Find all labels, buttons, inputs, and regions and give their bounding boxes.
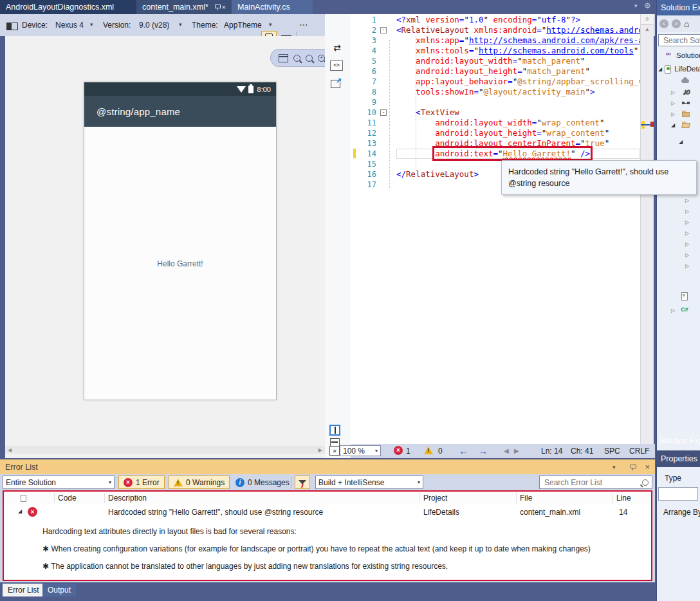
collapse-icon[interactable]: ◢ bbox=[671, 122, 675, 128]
tree-item[interactable]: ◢LifeDetails bbox=[657, 64, 700, 74]
previous-item-icon[interactable]: ◀ bbox=[504, 447, 509, 454]
tree-item[interactable]: ▷ bbox=[657, 206, 700, 216]
zoom-out-icon[interactable]: - bbox=[293, 55, 300, 62]
row-expander-icon[interactable]: ◢ bbox=[18, 508, 22, 514]
chevron-down-icon[interactable]: ▾ bbox=[179, 21, 182, 28]
warnings-filter-button[interactable]: 0 Warnings bbox=[169, 476, 230, 489]
next-item-icon[interactable]: ▶ bbox=[514, 447, 519, 454]
expand-icon[interactable]: ▷ bbox=[685, 241, 689, 247]
chevron-down-icon[interactable]: ▾ bbox=[90, 21, 93, 28]
expand-icon[interactable]: ▷ bbox=[671, 111, 675, 117]
navigate-back-icon[interactable]: ← bbox=[459, 445, 468, 456]
solution-search-input[interactable] bbox=[662, 35, 700, 46]
code-line[interactable]: <RelativeLayout xmlns:android="http://sc… bbox=[396, 25, 640, 35]
back-icon[interactable]: ‹ bbox=[659, 19, 668, 28]
spaces-indicator[interactable]: SPC bbox=[604, 447, 620, 456]
tab-output[interactable]: Output bbox=[42, 584, 76, 596]
error-count-icon[interactable]: × bbox=[394, 446, 403, 455]
tree-item[interactable]: ◢ bbox=[657, 120, 700, 130]
messages-filter-button[interactable]: i 0 Messages bbox=[230, 476, 295, 489]
forward-icon[interactable]: › bbox=[672, 19, 681, 28]
code-line[interactable]: android:layout_centerInParent="true" bbox=[396, 138, 640, 149]
vertical-split-icon[interactable] bbox=[329, 425, 340, 436]
line-ending-indicator[interactable]: CRLF bbox=[629, 447, 649, 456]
code-line[interactable]: android:layout_width="wrap_content" bbox=[396, 118, 640, 128]
expand-icon[interactable]: ▷ bbox=[685, 263, 689, 269]
navigate-forward-icon[interactable]: → bbox=[478, 445, 488, 456]
splitter-grip-icon[interactable]: ÷ bbox=[641, 14, 654, 25]
xml-code-editor[interactable]: 1234567891011121314151617 -- <?xml versi… bbox=[351, 14, 640, 444]
tree-item[interactable]: Solution bbox=[657, 50, 700, 60]
theme-value[interactable]: AppTheme bbox=[224, 21, 262, 30]
code-line[interactable]: android:layout_width="match_parent" bbox=[396, 56, 640, 66]
errors-filter-button[interactable]: × 1 Error bbox=[118, 476, 165, 489]
warning-count-icon[interactable] bbox=[424, 447, 433, 454]
zoom-actual-icon[interactable] bbox=[306, 55, 313, 62]
tree-item[interactable] bbox=[657, 76, 700, 86]
tree-item[interactable]: ▷ bbox=[657, 87, 700, 97]
device-value[interactable]: Nexus 4 bbox=[55, 21, 84, 30]
pin-icon[interactable] bbox=[214, 4, 217, 10]
expand-icon[interactable]: ▷ bbox=[671, 308, 675, 313]
tree-item[interactable]: ▷ bbox=[657, 261, 700, 271]
scope-select[interactable]: Entire Solution ▾ bbox=[3, 476, 115, 489]
code-line[interactable]: xmlns:app="http://schemas.android.com/ap… bbox=[396, 35, 640, 46]
code-line[interactable]: android:text="Hello Garrett!" /> bbox=[396, 149, 640, 159]
source-view-icon[interactable]: <> bbox=[330, 60, 343, 71]
close-icon[interactable]: × bbox=[222, 4, 226, 11]
chevron-down-icon[interactable]: ▾ bbox=[612, 464, 616, 470]
tree-item[interactable]: ▷ bbox=[657, 98, 700, 108]
error-row[interactable]: ◢ × Hardcoded string "Hello Garrett!", s… bbox=[4, 504, 651, 520]
code-line[interactable]: app:layout_behavior="@string/appbar_scro… bbox=[396, 77, 640, 87]
collapse-icon[interactable]: ◢ bbox=[658, 66, 662, 72]
code-line[interactable]: xmlns:tools="http://schemas.android.com/… bbox=[396, 46, 640, 56]
tab-androidlayoutdiagnostics[interactable]: AndroidLayoutDiagnostics.xml bbox=[0, 0, 136, 14]
close-icon[interactable]: × bbox=[645, 462, 650, 472]
design-surface[interactable]: - + 8:00 @string/app_name Hello Garrett!… bbox=[5, 36, 325, 458]
home-icon[interactable]: ⌂ bbox=[684, 19, 689, 29]
expand-icon[interactable]: ▷ bbox=[685, 208, 689, 214]
tab-content-main-active[interactable]: content_main.xml* × bbox=[136, 0, 232, 14]
tree-item[interactable]: ▷ bbox=[657, 250, 700, 260]
tree-item[interactable]: ▷ bbox=[657, 228, 700, 238]
tree-item[interactable]: ▷ bbox=[657, 109, 700, 119]
column-line[interactable]: Line bbox=[616, 494, 631, 503]
warning-count[interactable]: 0 bbox=[438, 447, 443, 456]
collapse-icon[interactable]: ◢ bbox=[679, 139, 683, 145]
fit-page-icon[interactable] bbox=[279, 54, 288, 62]
code-line[interactable]: <?xml version="1.0" encoding="utf-8"?> bbox=[396, 15, 640, 25]
preview-textview[interactable]: Hello Garrett! bbox=[84, 259, 276, 268]
expand-icon[interactable]: ▷ bbox=[685, 230, 689, 236]
ellipsis-icon[interactable]: ⋯ bbox=[299, 19, 308, 30]
column-code[interactable]: Code bbox=[58, 494, 77, 503]
code-line[interactable]: android:layout_height="wrap_content" bbox=[396, 128, 640, 138]
swap-panes-icon[interactable]: ⇄ bbox=[331, 42, 344, 53]
search-icon[interactable] bbox=[642, 479, 649, 486]
tab-mainactivity[interactable]: MainActivity.cs bbox=[232, 0, 313, 14]
scroll-up-icon[interactable]: ▲ bbox=[641, 26, 654, 32]
error-search-input[interactable] bbox=[543, 477, 642, 488]
code-line[interactable]: tools:showIn="@layout/activity_main"> bbox=[396, 87, 640, 97]
expand-icon[interactable]: ▷ bbox=[685, 252, 689, 258]
tree-item[interactable] bbox=[657, 291, 700, 301]
expand-icon[interactable]: ▷ bbox=[671, 100, 675, 106]
fold-toggle-icon[interactable]: - bbox=[380, 27, 387, 33]
open-in-new-window-icon[interactable] bbox=[331, 80, 340, 88]
error-list-titlebar[interactable]: Error List ▾ × bbox=[0, 459, 655, 474]
tab-error-list[interactable]: Error List bbox=[3, 584, 44, 596]
chevron-down-icon[interactable]: ▾ bbox=[634, 3, 638, 9]
scroll-right-icon[interactable]: ▶ bbox=[318, 447, 322, 453]
error-count[interactable]: 1 bbox=[406, 447, 410, 456]
tree-item[interactable]: ▷ bbox=[657, 195, 700, 205]
column-project[interactable]: Project bbox=[423, 494, 447, 503]
expand-icon[interactable]: ▷ bbox=[685, 198, 689, 203]
tree-item[interactable]: ▷ bbox=[657, 305, 700, 315]
provider-select[interactable]: Build + IntelliSense ▾ bbox=[315, 476, 423, 489]
code-line[interactable]: android:layout_height="match_parent" bbox=[396, 66, 640, 77]
type-input[interactable] bbox=[658, 487, 698, 501]
filter-button[interactable] bbox=[295, 476, 310, 489]
column-description[interactable]: Description bbox=[108, 494, 147, 503]
column-file[interactable]: File bbox=[520, 494, 532, 503]
fold-toggle-icon[interactable]: - bbox=[380, 109, 387, 116]
chevron-down-icon[interactable]: ▾ bbox=[269, 21, 272, 28]
